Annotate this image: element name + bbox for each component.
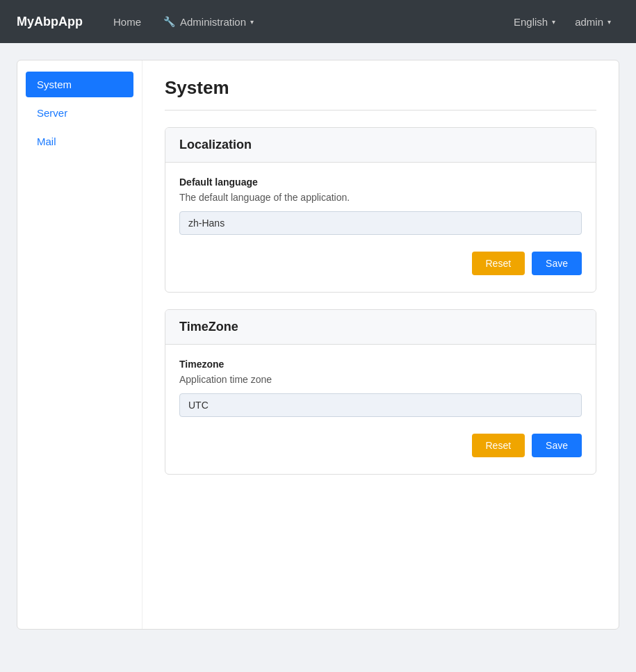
localization-title: Localization xyxy=(179,138,252,151)
main-container: System Server Mail System Localization D… xyxy=(0,43,636,646)
main-content: System Localization Default language The… xyxy=(142,60,619,629)
language-label: English xyxy=(514,16,548,28)
nav-menu: Home 🔧 Administration ▾ xyxy=(105,10,505,33)
sidebar-item-system[interactable]: System xyxy=(26,72,133,97)
timezone-button-row: Reset Save xyxy=(179,434,582,457)
timezone-section-body: Timezone Application time zone Reset Sav… xyxy=(165,345,596,474)
localization-button-row: Reset Save xyxy=(179,252,582,275)
wrench-icon: 🔧 xyxy=(163,16,175,27)
localization-save-button[interactable]: Save xyxy=(532,252,582,275)
timezone-title: TimeZone xyxy=(179,320,238,334)
default-language-input[interactable] xyxy=(179,211,582,235)
page-title: System xyxy=(165,77,596,99)
content-card: System Server Mail System Localization D… xyxy=(17,60,619,630)
timezone-save-button[interactable]: Save xyxy=(532,434,582,457)
user-chevron-icon: ▾ xyxy=(608,18,611,26)
sidebar-system-label: System xyxy=(37,79,72,90)
sidebar: System Server Mail xyxy=(17,60,142,629)
localization-reset-button[interactable]: Reset xyxy=(472,252,525,275)
timezone-section-header: TimeZone xyxy=(165,310,596,345)
sidebar-mail-label: Mail xyxy=(37,136,56,147)
chevron-down-icon: ▾ xyxy=(250,18,254,26)
language-chevron-icon: ▾ xyxy=(552,18,555,26)
localization-section-header: Localization xyxy=(165,128,596,163)
sidebar-server-label: Server xyxy=(37,107,67,119)
home-label: Home xyxy=(113,16,141,28)
title-divider xyxy=(165,110,596,110)
nav-home[interactable]: Home xyxy=(105,10,149,33)
navbar-right: English ▾ admin ▾ xyxy=(505,10,619,33)
timezone-section: TimeZone Timezone Application time zone … xyxy=(165,309,596,475)
timezone-label: Timezone xyxy=(179,359,582,370)
navbar: MyAbpApp Home 🔧 Administration ▾ English… xyxy=(0,0,636,43)
timezone-description: Application time zone xyxy=(179,374,582,385)
sidebar-item-mail[interactable]: Mail xyxy=(26,129,133,154)
nav-administration[interactable]: 🔧 Administration ▾ xyxy=(155,10,262,33)
user-label: admin xyxy=(575,16,603,28)
administration-label: Administration xyxy=(180,16,246,28)
localization-section: Localization Default language The defaul… xyxy=(165,127,596,293)
sidebar-item-server[interactable]: Server xyxy=(26,100,133,126)
default-language-description: The default language of the application. xyxy=(179,192,582,203)
localization-section-body: Default language The default language of… xyxy=(165,163,596,292)
nav-language[interactable]: English ▾ xyxy=(505,10,564,33)
timezone-input[interactable] xyxy=(179,393,582,417)
nav-user[interactable]: admin ▾ xyxy=(566,10,619,33)
default-language-label: Default language xyxy=(179,177,582,188)
brand-logo: MyAbpApp xyxy=(17,15,83,29)
timezone-reset-button[interactable]: Reset xyxy=(472,434,525,457)
